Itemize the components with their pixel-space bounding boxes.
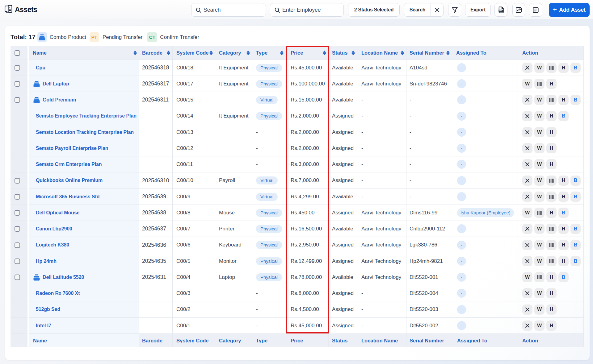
svg-text:PDF: PDF xyxy=(499,10,503,12)
